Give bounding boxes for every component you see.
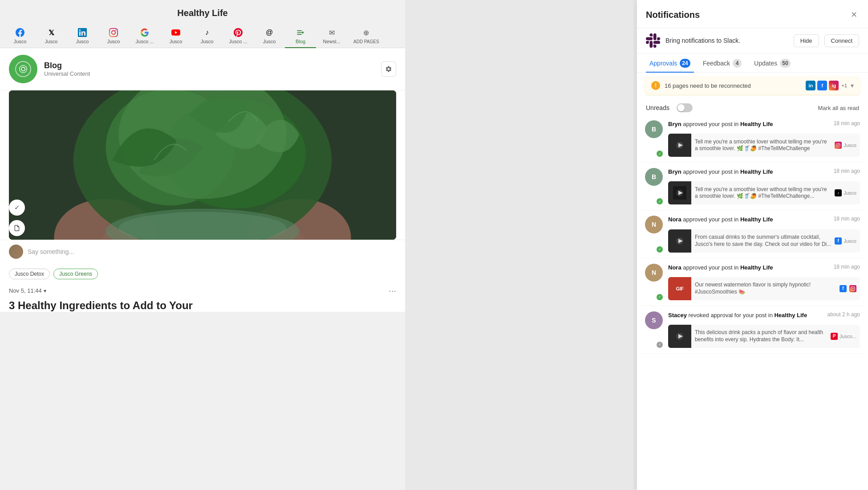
preview-thumb-4: GIF (668, 277, 691, 300)
threads-icon: @ (264, 27, 275, 38)
notif-top-row-4: Nora approved your post in Healthy Life … (668, 264, 860, 274)
tab-pinterest[interactable]: Jusco ... (223, 23, 254, 48)
preview-text-3: From casual drinks to the summer's ultim… (695, 232, 831, 249)
say-something-placeholder[interactable]: Say something... (28, 248, 396, 255)
blog-name: Blog (44, 61, 381, 70)
mark-all-read-button[interactable]: Mark all as read (818, 105, 859, 111)
notif-content-4: Nora approved your post in Healthy Life … (668, 264, 860, 300)
post-preview-4: GIF Our newest watermelon flavor is simp… (668, 277, 860, 300)
page-title-text: Healthy Life (177, 8, 227, 18)
post-image (9, 90, 396, 240)
tab-linkedin[interactable]: Jusco (67, 23, 98, 48)
preview-text-1: Tell me you're a smoothie lover without … (695, 137, 831, 154)
unreads-toggle[interactable] (677, 103, 693, 112)
tag-detox[interactable]: Jusco Detox (9, 269, 50, 279)
warning-icon: ! (651, 81, 660, 90)
post-preview-3: From casual drinks to the summer's ultim… (668, 229, 860, 253)
notification-item-1[interactable]: B ✓ Bryn approved your post in Healthy L… (641, 115, 864, 163)
notification-item-3[interactable]: N ✓ Nora approved your post in Healthy L… (641, 210, 864, 258)
comment-area: Say something... (0, 240, 405, 263)
approved-badge-1: ✓ (656, 150, 664, 158)
tab-threads-label: Jusco (263, 39, 276, 44)
post-options-menu[interactable]: ··· (389, 286, 396, 296)
feedback-badge: 4 (733, 59, 742, 68)
user-avatar (9, 245, 23, 259)
notif-content-2: Bryn approved your post in Healthy Life … (668, 168, 860, 204)
bryn-avatar-2: B (645, 168, 663, 186)
svg-rect-14 (836, 143, 840, 147)
preview-text-4: Our newest watermelon flavor is simply h… (695, 280, 836, 297)
tiktok-icon: ♪ (202, 27, 212, 38)
tab-threads[interactable]: @ Jusco (254, 23, 285, 48)
reconnect-left: ! 16 pages need to be reconnected (651, 81, 751, 90)
preview-text-5: This delicious drink packs a punch of fl… (695, 327, 827, 345)
updates-badge: 50 (780, 59, 790, 68)
tab-instagram[interactable]: Jusco (98, 23, 129, 48)
blog-logo (9, 55, 37, 83)
svg-rect-23 (851, 287, 855, 290)
approved-badge-4: ✓ (656, 293, 664, 301)
expand-button[interactable]: ▾ (851, 82, 854, 89)
notif-time-5: about 2 h ago (827, 311, 860, 318)
notif-top-row-2: Bryn approved your post in Healthy Life … (668, 168, 860, 179)
preview-thumb-3 (668, 229, 691, 253)
linkedin-icon (77, 27, 88, 38)
tag-greens[interactable]: Jusco Greens (53, 269, 98, 279)
tab-newsletter-label: Newsl... (323, 39, 340, 44)
revoked-badge: ✓ (656, 341, 664, 349)
tab-approvals[interactable]: Approvals 24 (646, 53, 694, 72)
slack-hide-button[interactable]: Hide (794, 34, 819, 47)
reconnect-banner[interactable]: ! 16 pages need to be reconnected in f i… (644, 76, 861, 95)
notif-content-1: Bryn approved your post in Healthy Life … (668, 120, 860, 157)
tab-add-pages-label: ADD PAGES (353, 39, 379, 44)
svg-point-15 (838, 145, 839, 146)
stacey-avatar: S (645, 311, 663, 329)
tab-add-pages[interactable]: ⊕ ADD PAGES (347, 23, 385, 48)
tab-updates[interactable]: Updates 50 (750, 53, 794, 72)
blog-header: Blog Universal Content (0, 48, 405, 90)
tab-feedback[interactable]: Feedback 4 (699, 53, 745, 72)
notification-item-5[interactable]: S ✓ Stacey revoked approval for your pos… (641, 306, 864, 354)
tab-facebook[interactable]: Jusco (4, 23, 36, 48)
settings-button[interactable] (381, 61, 396, 77)
tab-newsletter[interactable]: ✉ Newsl... (316, 23, 347, 48)
tab-youtube[interactable]: Jusco (160, 23, 191, 48)
check-icon[interactable]: ✓ (9, 200, 25, 216)
date-chevron[interactable]: ▾ (44, 288, 46, 294)
notif-time-3: 18 min ago (834, 216, 860, 222)
nora-avatar-1: N (645, 216, 663, 233)
tab-pinterest-label: Jusco ... (229, 39, 247, 44)
notif-avatar-wrap-2: B ✓ (645, 168, 663, 204)
twitter-icon: 𝕏 (46, 27, 57, 38)
tab-blog[interactable]: Blog (285, 23, 316, 48)
tab-linkedin-label: Jusco (76, 39, 89, 44)
blog-info: Blog Universal Content (44, 61, 381, 77)
google-icon (139, 27, 150, 38)
notifications-title: Notifications (646, 10, 700, 20)
notif-text-3: Nora approved your post in Healthy Life (668, 216, 773, 224)
tab-twitter[interactable]: 𝕏 Jusco (36, 23, 67, 48)
left-sidebar: ✓ (9, 200, 25, 236)
document-icon[interactable] (9, 220, 25, 236)
slack-connect-button[interactable]: Connect (824, 34, 859, 47)
slack-text: Bring notifications to Slack. (665, 37, 788, 44)
source-text-5: Jusco... (840, 334, 856, 339)
preview-thumb-2 (668, 181, 691, 204)
notif-time-4: 18 min ago (834, 264, 860, 270)
source-icon-4a: f (840, 285, 847, 292)
tab-google[interactable]: Jusco ... (129, 23, 160, 48)
blog-section: Blog Universal Content ✓ (0, 48, 405, 312)
blog-subtitle: Universal Content (44, 70, 381, 77)
preview-text-2: Tell me you're a smoothie lover without … (695, 184, 831, 202)
notification-item-4[interactable]: N ✓ Nora approved your post in Healthy L… (641, 258, 864, 306)
notif-time-1: 18 min ago (834, 120, 860, 127)
post-meta: Nov 5, 11:44 ▾ ··· (0, 282, 405, 299)
notification-item-2[interactable]: B ✓ Bryn approved your post in Healthy L… (641, 163, 864, 210)
post-tags: Jusco Detox Jusco Greens (0, 263, 405, 282)
preview-source-3: f Jusco (835, 237, 860, 245)
source-text-2: Jusco (844, 190, 856, 196)
tab-tiktok[interactable]: ♪ Jusco (191, 23, 223, 48)
post-title-text: 3 Healthy Ingredients to Add to Your (0, 299, 405, 312)
close-notifications-button[interactable]: ✕ (849, 8, 859, 21)
approvals-badge: 24 (680, 59, 690, 68)
